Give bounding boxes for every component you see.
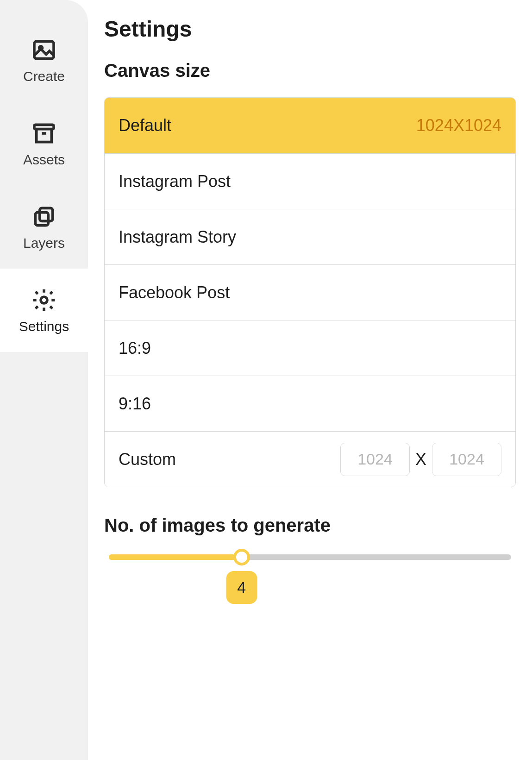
slider-value-badge: 4 [226,571,257,604]
custom-width-input[interactable] [340,443,410,476]
dimension-separator: X [415,450,426,469]
sidebar-item-create[interactable]: Create [0,19,88,102]
canvas-size-label: Instagram Post [119,172,231,191]
canvas-size-list: Default 1024X1024 Instagram Post Instagr… [104,97,516,487]
canvas-size-dims: 1024X1024 [416,116,501,135]
page-title: Settings [104,16,516,42]
canvas-size-label: Custom [119,450,176,469]
main-panel: Settings Canvas size Default 1024X1024 I… [88,0,532,760]
canvas-size-option-9-16[interactable]: 9:16 [105,376,515,431]
sidebar-item-label: Assets [23,152,65,168]
canvas-size-label: Instagram Story [119,227,236,247]
canvas-size-label: Default [119,116,171,135]
canvas-size-option-default[interactable]: Default 1024X1024 [105,98,515,153]
sidebar-item-label: Create [23,69,65,84]
custom-size-inputs: X [340,443,501,476]
sidebar-item-layers[interactable]: Layers [0,185,88,269]
slider-fill [109,554,242,560]
gear-icon [30,286,58,314]
svg-point-6 [41,297,47,303]
sidebar-item-label: Layers [23,235,65,251]
canvas-size-option-custom[interactable]: Custom X [105,431,515,487]
custom-height-input[interactable] [432,443,501,476]
canvas-size-label: Facebook Post [119,283,230,302]
svg-rect-4 [40,208,53,221]
sidebar: Create Assets Layers Settings [0,0,88,760]
canvas-size-label: 9:16 [119,394,151,414]
archive-icon [30,119,58,147]
canvas-size-option-instagram-story[interactable]: Instagram Story [105,209,515,264]
layers-icon [30,203,58,231]
canvas-size-option-facebook-post[interactable]: Facebook Post [105,264,515,320]
canvas-size-option-instagram-post[interactable]: Instagram Post [105,153,515,209]
sidebar-item-label: Settings [19,319,69,334]
svg-rect-0 [34,41,54,58]
svg-rect-5 [35,213,48,226]
svg-rect-2 [34,125,54,129]
canvas-size-option-16-9[interactable]: 16:9 [105,320,515,376]
image-icon [30,36,58,64]
canvas-size-label: 16:9 [119,339,151,358]
num-images-heading: No. of images to generate [104,515,516,536]
canvas-size-heading: Canvas size [104,60,516,81]
sidebar-item-settings[interactable]: Settings [0,269,88,352]
slider-track [109,554,511,560]
num-images-slider[interactable]: 4 [104,554,516,604]
sidebar-item-assets[interactable]: Assets [0,102,88,185]
